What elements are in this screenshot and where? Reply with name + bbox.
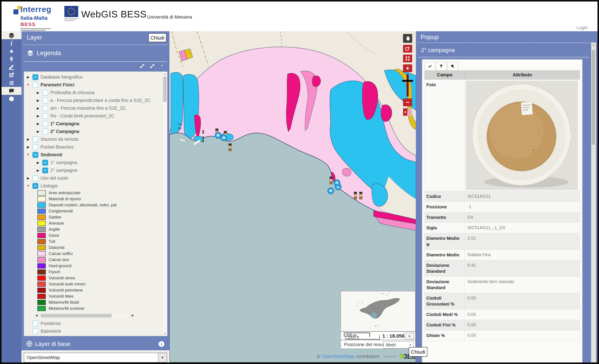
scroll-up-icon[interactable]: ▲ — [163, 72, 167, 75]
layer-checkbox[interactable] — [42, 90, 48, 96]
scroll-down-icon[interactable]: ▼ — [163, 332, 167, 335]
photo-marker[interactable] — [215, 132, 221, 139]
overview-map[interactable] — [341, 291, 415, 332]
expand-arrow-icon[interactable]: ▶ — [36, 122, 40, 126]
login-link[interactable]: Login — [577, 25, 588, 30]
layer-checkbox[interactable] — [32, 336, 38, 336]
layer-checkbox[interactable] — [32, 144, 38, 150]
photo-marker[interactable] — [220, 134, 227, 141]
layer-checkbox[interactable]: ✕ — [32, 152, 38, 158]
sediment-core-marker[interactable] — [359, 192, 362, 199]
layer-checkbox[interactable] — [32, 82, 38, 88]
tree-scrollbar[interactable]: ▲ ▼ — [162, 72, 167, 336]
expand-arrow-icon[interactable]: ▶ — [36, 169, 40, 172]
tree-item[interactable]: ▶2° Campagna — [26, 128, 167, 135]
tree-item[interactable]: Posidonia — [26, 320, 167, 327]
nav-back-button[interactable]: ◄ — [403, 108, 407, 116]
layer-checkbox[interactable]: ✕ — [32, 74, 38, 80]
expand-all-icon[interactable] — [139, 63, 145, 69]
list-icon[interactable] — [1, 79, 21, 87]
photo-marker[interactable] — [327, 187, 334, 194]
scroll-up-icon[interactable]: ▲ — [591, 43, 596, 46]
scroll-right-icon[interactable]: ▶ — [132, 313, 134, 317]
layer-checkbox[interactable]: ✕ — [42, 168, 48, 173]
star-icon[interactable]: ★ — [1, 47, 21, 55]
tree-item[interactable]: ▶Ortofoto — [26, 335, 167, 336]
tree-item[interactable]: ▼✕Litologia — [26, 182, 167, 190]
layer-checkbox[interactable]: ✕ — [42, 160, 48, 166]
zoom-in-button[interactable]: + — [403, 64, 412, 72]
base-layer-select[interactable]: OpenStreetMap ▼ — [24, 353, 167, 363]
expand-arrow-icon[interactable]: ▶ — [36, 130, 40, 133]
tree-item[interactable]: ▶a - Freccia perpendicolare a corda fino… — [26, 97, 167, 104]
zoom-extent-button[interactable] — [403, 54, 412, 62]
collapse-arrow-icon[interactable]: ▼ — [26, 83, 30, 87]
zoom-box-button[interactable] — [403, 45, 412, 53]
measure-icon[interactable] — [1, 55, 21, 63]
tree-item[interactable]: ▶✕Database fotografico — [26, 73, 167, 81]
popup-scrollbar[interactable]: ▲ — [591, 42, 596, 363]
layer-checkbox[interactable] — [32, 175, 38, 181]
legend-hscrollbar[interactable]: ◀▶ — [34, 313, 135, 318]
nav-forward-button[interactable]: ► — [408, 108, 412, 116]
tree-item[interactable]: ▼✕Sedimenti — [26, 151, 167, 159]
zoom-to-feature-button[interactable] — [448, 62, 458, 70]
osm-link[interactable]: OpenStreetMap — [322, 354, 354, 359]
collapse-all-icon[interactable] — [150, 63, 155, 69]
sediment-core-marker[interactable] — [354, 192, 357, 199]
tree-item[interactable]: ▼Parametri Fisici — [26, 81, 167, 89]
tree-item[interactable]: ▶am - Freccia massima fino a S1E_2C — [26, 104, 167, 112]
expand-arrow-icon[interactable]: ▶ — [26, 176, 30, 180]
tree-item[interactable]: ▶1° Campagna — [26, 120, 167, 128]
expand-arrow-icon[interactable]: ▶ — [26, 145, 30, 149]
collapse-arrow-icon[interactable]: ▼ — [26, 153, 30, 157]
chart-marker[interactable] — [335, 184, 341, 190]
tree-item[interactable]: ▶Profondita di chiusura — [26, 89, 167, 97]
tree-item[interactable]: ▶Stazioni da remoto — [26, 135, 167, 143]
layer-checkbox[interactable] — [32, 320, 38, 327]
scroll-left-icon[interactable]: ◀ — [35, 313, 38, 317]
expand-arrow-icon[interactable]: ▶ — [36, 106, 40, 110]
layer-checkbox[interactable] — [42, 105, 48, 111]
zoom-slider-handle[interactable] — [402, 80, 413, 82]
zoom-search-icon[interactable] — [160, 63, 165, 69]
pan-tool-button[interactable] — [403, 34, 412, 43]
popup-close-button[interactable]: Chiudi — [409, 347, 427, 356]
map-canvas[interactable]: Pa Bu + − ◄ ► — [169, 31, 416, 363]
globe-icon[interactable] — [1, 95, 21, 103]
select-feature-button[interactable] — [424, 62, 435, 70]
tree-item[interactable]: Batimetrie — [26, 327, 167, 335]
tree-item[interactable]: ▶Ro - Corda limiti promontori_2C — [26, 112, 167, 120]
layers-icon[interactable] — [1, 31, 21, 39]
layer-close-button[interactable]: Chiudi — [149, 33, 166, 42]
sediment-core-marker[interactable] — [229, 143, 232, 151]
overview-collapse-button[interactable]: ▲ — [405, 333, 414, 339]
info-icon[interactable]: i — [1, 39, 21, 47]
expand-arrow-icon[interactable]: ▶ — [26, 137, 30, 141]
layer-checkbox[interactable]: ✕ — [32, 183, 38, 189]
layer-checkbox[interactable] — [32, 328, 38, 334]
expand-arrow-icon[interactable]: ▶ — [26, 75, 30, 79]
layer-checkbox[interactable] — [42, 113, 48, 119]
expand-arrow-icon[interactable]: ▶ — [36, 114, 40, 118]
layer-checkbox[interactable] — [42, 129, 48, 134]
expand-arrow-icon[interactable]: ▶ — [36, 161, 40, 165]
layer-checkbox[interactable] — [42, 121, 48, 127]
info-icon[interactable]: i — [159, 341, 164, 347]
zoom-out-button[interactable]: − — [403, 98, 412, 106]
zoom-slider[interactable] — [403, 74, 412, 97]
draw-icon[interactable] — [1, 63, 21, 71]
filter-button[interactable] — [436, 62, 447, 70]
sediment-core-marker[interactable] — [330, 177, 333, 184]
popup-bubble-icon[interactable] — [1, 87, 21, 95]
expand-arrow-icon[interactable]: ▶ — [36, 91, 40, 95]
expand-arrow-icon[interactable]: ▶ — [36, 98, 40, 102]
layer-checkbox[interactable] — [42, 98, 48, 103]
tree-item[interactable]: ▶✕1° campagna — [26, 159, 167, 167]
tree-item[interactable]: ▶✕2° campagna — [26, 167, 167, 174]
select-arrow-icon[interactable]: ▼ — [158, 353, 167, 362]
collapse-arrow-icon[interactable]: ▼ — [26, 184, 30, 187]
tree-item[interactable]: ▶Uso del suolo — [26, 174, 167, 182]
share-icon[interactable] — [1, 71, 21, 79]
tree-item[interactable]: ▶Pocket Beaches — [26, 143, 167, 151]
